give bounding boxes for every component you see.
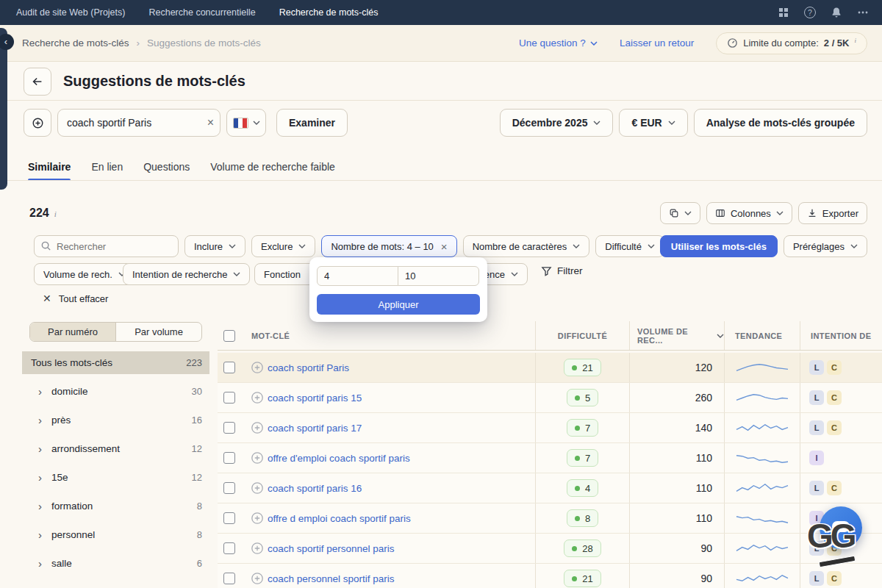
table-header: MOT-CLÉ DIFFICULTÉ VOLUME DE REC... TEND… xyxy=(218,321,882,351)
table-row: offre d'emploi coach sportif paris 7 110… xyxy=(218,443,882,473)
add-keyword-icon[interactable] xyxy=(251,391,264,404)
table-row: coach sportif paris 17 7 140 LC xyxy=(218,413,882,443)
clear-all-label: Tout effacer xyxy=(59,293,109,304)
row-checkbox[interactable] xyxy=(223,512,235,524)
keyword-link[interactable]: coach sportif paris 15 xyxy=(268,392,362,404)
sidebar-group-item[interactable]: › près 16 xyxy=(22,406,209,434)
keyword-link[interactable]: coach sportif paris 16 xyxy=(268,483,362,494)
use-keywords-button[interactable]: Utiliser les mots-clés xyxy=(660,235,778,257)
chevron-down-icon xyxy=(253,121,260,125)
bulk-analysis-button[interactable]: Analyse de mots-clés groupée xyxy=(694,109,867,137)
word-count-min-input[interactable] xyxy=(317,266,398,286)
sidebar-group-item[interactable]: › 15e 12 xyxy=(22,463,209,492)
keyword-link[interactable]: offre d emploi coach sportif paris xyxy=(268,513,411,524)
add-keyword-icon[interactable] xyxy=(251,421,264,434)
presets-button[interactable]: Préréglages xyxy=(784,235,867,257)
keyword-link[interactable]: coach sportif personnel paris xyxy=(268,543,395,554)
sidebar-group-item[interactable]: › arrondissement 12 xyxy=(22,434,209,463)
currency-select[interactable]: € EUR xyxy=(619,109,687,137)
breadcrumb-separator-icon: › xyxy=(137,37,140,49)
breadcrumb-actions: Une question ? Laisser un retour Limite … xyxy=(519,32,867,54)
sort-by-number-button[interactable]: Par numéro xyxy=(30,323,115,341)
filter-intent[interactable]: Intention de recherche xyxy=(123,263,250,285)
add-keyword-icon[interactable] xyxy=(251,512,264,525)
help-icon[interactable]: ? xyxy=(804,7,816,18)
sidebar-all-keywords[interactable]: Tous les mots-clés 223 xyxy=(22,351,209,374)
header-difficulty[interactable]: DIFFICULTÉ xyxy=(535,321,629,350)
intent-badge-C: C xyxy=(827,481,842,495)
question-link[interactable]: Une question ? xyxy=(519,37,598,49)
filter-volume[interactable]: Volume de rech. xyxy=(34,263,135,285)
breadcrumb-parent[interactable]: Recherche de mots-clés xyxy=(22,37,129,49)
filter-volume-label: Volume de rech. xyxy=(43,269,112,280)
topnav-competitive-research[interactable]: Recherche concurrentielle xyxy=(148,7,255,18)
sidebar-group-item[interactable]: › personnel 8 xyxy=(22,520,209,549)
sort-by-volume-button[interactable]: Par volume xyxy=(115,323,201,341)
chevron-down-icon xyxy=(511,272,518,276)
add-keyword-icon[interactable] xyxy=(251,451,264,465)
more-options-icon[interactable] xyxy=(857,7,869,18)
header-trend[interactable]: TENDANCE xyxy=(724,321,800,350)
apps-grid-icon[interactable] xyxy=(778,7,789,18)
row-checkbox[interactable] xyxy=(223,482,235,494)
row-checkbox[interactable] xyxy=(223,422,235,434)
columns-button[interactable]: Colonnes xyxy=(706,202,792,224)
apply-filter-button[interactable]: Appliquer xyxy=(317,294,480,315)
keyword-link[interactable]: offre d'emploi coach sportif paris xyxy=(268,453,410,464)
filter-exclude-label: Exclure xyxy=(261,241,293,252)
topnav-site-audit[interactable]: Audit de site Web (Projets) xyxy=(16,7,125,18)
keyword-search-input[interactable] xyxy=(57,109,220,137)
sidebar-group-item[interactable]: › formation 8 xyxy=(22,492,209,520)
filter-char-count[interactable]: Nombre de caractères xyxy=(463,235,590,257)
feedback-link[interactable]: Laisser un retour xyxy=(620,37,694,49)
bell-icon[interactable] xyxy=(831,7,842,18)
examine-button[interactable]: Examiner xyxy=(276,109,348,137)
header-intent[interactable]: INTENTION DE xyxy=(800,321,882,350)
period-select[interactable]: Décembre 2025 xyxy=(500,109,614,137)
copy-button[interactable] xyxy=(660,202,700,224)
back-button[interactable] xyxy=(24,68,51,96)
add-keyword-target-button[interactable] xyxy=(24,109,51,137)
keyword-link[interactable]: coach personnel sportif paris xyxy=(268,573,395,584)
trend-sparkline xyxy=(736,510,789,526)
add-keyword-icon[interactable] xyxy=(251,542,264,555)
filter-exclude[interactable]: Exclure xyxy=(251,235,315,257)
select-all-checkbox[interactable] xyxy=(223,330,235,342)
chevron-down-icon xyxy=(298,244,306,248)
header-volume[interactable]: VOLUME DE REC... xyxy=(629,321,724,350)
filter-char-count-label: Nombre de caractères xyxy=(473,241,567,252)
topnav-keyword-research[interactable]: Recherche de mots-clés xyxy=(279,7,379,18)
filter-word-count[interactable]: Nombre de mots: 4 – 10× xyxy=(321,235,456,257)
header-keyword[interactable]: MOT-CLÉ xyxy=(247,321,535,350)
sidebar-group-item[interactable]: › domicile 30 xyxy=(22,377,209,406)
difficulty-badge: 5 xyxy=(567,389,598,406)
row-checkbox[interactable] xyxy=(223,542,235,554)
add-keyword-icon[interactable] xyxy=(251,481,264,495)
tab-similaire[interactable]: Similaire xyxy=(28,152,71,181)
row-checkbox[interactable] xyxy=(223,392,235,404)
country-select[interactable] xyxy=(226,109,266,137)
sidebar-group-item[interactable]: › salle 6 xyxy=(22,549,209,578)
row-checkbox[interactable] xyxy=(223,362,235,373)
add-keyword-icon[interactable] xyxy=(251,361,264,374)
filter-difficulty[interactable]: Difficulté xyxy=(595,235,664,257)
keyword-link[interactable]: coach sportif Paris xyxy=(268,362,349,373)
row-checkbox[interactable] xyxy=(223,573,235,584)
info-icon: i xyxy=(54,209,57,218)
remove-filter-icon[interactable]: × xyxy=(441,241,448,252)
word-count-max-input[interactable] xyxy=(398,266,479,286)
tab-volume-faible[interactable]: Volume de recherche faible xyxy=(210,152,335,181)
export-button[interactable]: Exporter xyxy=(798,202,867,224)
clear-all-button[interactable]: ✕ Tout effacer xyxy=(43,293,108,304)
tab-questions[interactable]: Questions xyxy=(143,152,190,181)
clear-input-icon[interactable]: × xyxy=(207,115,214,131)
filter-include[interactable]: Inclure xyxy=(184,235,245,257)
intent-badge-C: C xyxy=(827,360,842,375)
row-checkbox[interactable] xyxy=(223,452,235,464)
keyword-link[interactable]: coach sportif paris 17 xyxy=(268,423,362,434)
add-keyword-icon[interactable] xyxy=(251,572,264,585)
filter-search-input[interactable] xyxy=(34,235,179,257)
tab-en-lien[interactable]: En lien xyxy=(91,152,123,181)
more-filters-button[interactable]: Filtrer xyxy=(541,265,583,276)
keyword-groups-sidebar: Par numéro Par volume Tous les mots-clés… xyxy=(22,322,209,578)
